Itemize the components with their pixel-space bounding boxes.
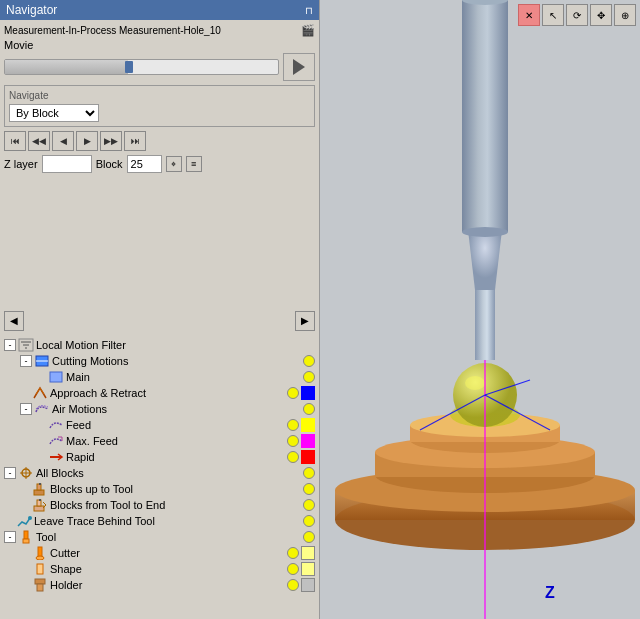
label-main: Main: [66, 371, 301, 383]
tree-left-arrow[interactable]: ◀: [4, 311, 24, 331]
collapse-all-blocks[interactable]: -: [4, 467, 16, 479]
tree-item-leave-trace[interactable]: Leave Trace Behind Tool: [4, 513, 315, 529]
cutter-icon: [32, 546, 48, 560]
pin-icon[interactable]: ⊓: [305, 5, 313, 16]
rapid-icon: [48, 450, 64, 464]
zlayer-icon[interactable]: ⌖: [166, 156, 182, 172]
tree-right-arrow[interactable]: ▶: [295, 311, 315, 331]
svg-point-41: [462, 227, 508, 237]
tree-item-air-motions[interactable]: - Air Motions: [4, 401, 315, 417]
label-all-blocks: All Blocks: [36, 467, 301, 479]
movie-slider-track[interactable]: [4, 59, 279, 75]
zlayer-icon2[interactable]: ≡: [186, 156, 202, 172]
tree-item-blocks-up-to-tool[interactable]: Blocks up to Tool: [4, 481, 315, 497]
shape-icon: [32, 562, 48, 576]
bulb-rapid[interactable]: [287, 451, 299, 463]
maxfeed-icon: [48, 434, 64, 448]
bulb-cutting-motions[interactable]: [303, 355, 315, 367]
label-cutting-motions: Cutting Motions: [52, 355, 301, 367]
main-container: Navigator ⊓ Measurement-In-Process Measu…: [0, 0, 640, 619]
collapse-cutting-motions[interactable]: -: [20, 355, 32, 367]
label-blocks-from-tool: Blocks from Tool to End: [50, 499, 301, 511]
play-button[interactable]: [283, 53, 315, 81]
bulb-max-feed[interactable]: [287, 435, 299, 447]
step-forward-button[interactable]: ▶▶: [100, 131, 122, 151]
navigate-section: Navigate By Block By Layer By Motion: [4, 85, 315, 127]
svg-rect-19: [37, 564, 43, 574]
tree-item-all-blocks[interactable]: - All Blocks: [4, 465, 315, 481]
tree-item-holder[interactable]: Holder: [4, 577, 315, 593]
tree-item-feed[interactable]: Feed: [4, 417, 315, 433]
tree-item-blocks-from-tool[interactable]: Blocks from Tool to End: [4, 497, 315, 513]
zlayer-input[interactable]: [42, 155, 92, 173]
bulb-shape[interactable]: [287, 563, 299, 575]
z-axis-label: Z: [545, 584, 555, 601]
vp-close-button[interactable]: ✕: [518, 4, 540, 26]
svg-rect-6: [50, 372, 62, 382]
back-button[interactable]: ◀: [52, 131, 74, 151]
label-leave-trace: Leave Trace Behind Tool: [34, 515, 301, 527]
step-back-button[interactable]: ◀◀: [28, 131, 50, 151]
tree-item-shape[interactable]: Shape: [4, 561, 315, 577]
bulb-feed[interactable]: [287, 419, 299, 431]
bulb-holder[interactable]: [287, 579, 299, 591]
right-panel: ✕ ↖ ⟳ ✥ ⊕: [320, 0, 640, 619]
label-holder: Holder: [50, 579, 285, 591]
vp-cursor-button[interactable]: ↖: [542, 4, 564, 26]
svg-rect-15: [24, 531, 28, 539]
bulb-blocks-up-to-tool[interactable]: [303, 483, 315, 495]
tree-item-cutter[interactable]: Cutter: [4, 545, 315, 561]
blocks-up-to-tool-icon: [32, 482, 48, 496]
viewport-toolbar: ✕ ↖ ⟳ ✥ ⊕: [518, 4, 636, 26]
svg-point-14: [28, 516, 32, 520]
color-shape: [301, 562, 315, 576]
tree-item-rapid[interactable]: Rapid: [4, 449, 315, 465]
tree-item-cutting-motions[interactable]: - Cutting Motions: [4, 353, 315, 369]
tree-item-tool[interactable]: - Tool: [4, 529, 315, 545]
skip-to-end-button[interactable]: ⏭: [124, 131, 146, 151]
tree-item-approach-retract[interactable]: Approach & Retract: [4, 385, 315, 401]
collapse-local-motion[interactable]: -: [4, 339, 16, 351]
label-blocks-up-to-tool: Blocks up to Tool: [50, 483, 301, 495]
playback-controls: ⏮ ◀◀ ◀ ▶ ▶▶ ⏭: [4, 131, 315, 151]
movie-label: Movie: [4, 39, 315, 51]
bulb-main[interactable]: [303, 371, 315, 383]
vp-zoom-button[interactable]: ⊕: [614, 4, 636, 26]
color-max-feed: [301, 434, 315, 448]
block-input[interactable]: [127, 155, 162, 173]
bulb-leave-trace[interactable]: [303, 515, 315, 527]
svg-rect-10: [34, 490, 44, 495]
bulb-blocks-from-tool[interactable]: [303, 499, 315, 511]
bulb-approach[interactable]: [287, 387, 299, 399]
svg-rect-21: [37, 584, 43, 591]
window-title: Measurement-In-Process Measurement-Hole_…: [4, 25, 221, 36]
tree-nav: ◀ ▶: [0, 309, 319, 333]
slider-thumb[interactable]: [125, 61, 133, 73]
navigate-label: Navigate: [9, 90, 310, 101]
collapse-air-motions[interactable]: -: [20, 403, 32, 415]
all-blocks-icon: [18, 466, 34, 480]
leave-trace-icon: [16, 514, 32, 528]
vp-pan-button[interactable]: ✥: [590, 4, 612, 26]
label-feed: Feed: [66, 419, 285, 431]
label-shape: Shape: [50, 563, 285, 575]
svg-rect-40: [462, 0, 508, 232]
blocks-from-tool-icon: [32, 498, 48, 512]
svg-rect-16: [23, 539, 29, 543]
tree-item-local-motion-filter[interactable]: - Local Motion Filter: [4, 337, 315, 353]
bulb-tool[interactable]: [303, 531, 315, 543]
bulb-cutter[interactable]: [287, 547, 299, 559]
skip-to-start-button[interactable]: ⏮: [4, 131, 26, 151]
tree-item-main[interactable]: Main: [4, 369, 315, 385]
collapse-tool[interactable]: -: [4, 531, 16, 543]
tree-item-max-feed[interactable]: Max. Feed: [4, 433, 315, 449]
bulb-all-blocks[interactable]: [303, 467, 315, 479]
label-local-motion-filter: Local Motion Filter: [36, 339, 315, 351]
label-approach-retract: Approach & Retract: [50, 387, 285, 399]
navigate-mode-select[interactable]: By Block By Layer By Motion: [9, 104, 99, 122]
forward-button[interactable]: ▶: [76, 131, 98, 151]
navigate-row: By Block By Layer By Motion: [9, 104, 310, 122]
bulb-air-motions[interactable]: [303, 403, 315, 415]
air-motions-icon: [34, 402, 50, 416]
vp-rotate-button[interactable]: ⟳: [566, 4, 588, 26]
